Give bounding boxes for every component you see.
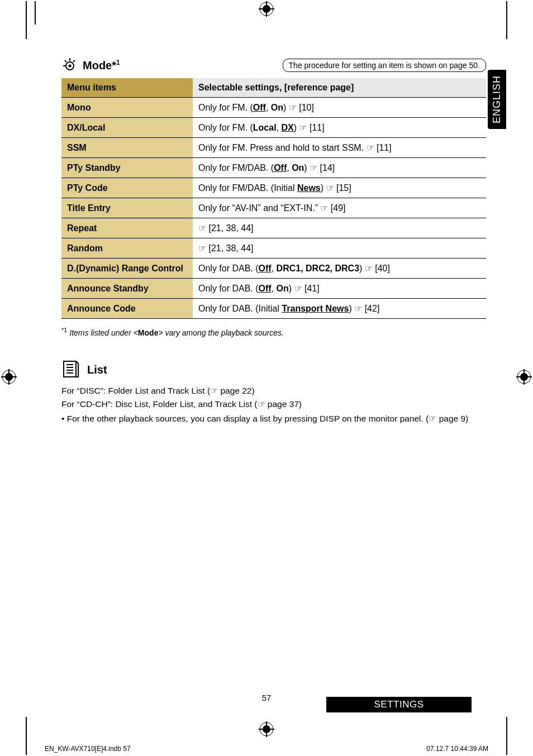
page-content: Mode*1 The procedure for setting an item… [61, 56, 486, 425]
menu-item-setting: Only for FM/DAB. (Initial News) ☞ [15] [193, 178, 486, 198]
menu-item-name: Announce Code [61, 299, 193, 319]
table-header-settings: Selectable settings, [reference page] [193, 78, 486, 98]
list-heading: List [87, 363, 107, 376]
svg-line-20 [73, 60, 75, 62]
menu-item-name: SSM [61, 138, 193, 158]
procedure-note: The procedure for setting an item is sho… [283, 59, 486, 72]
language-tab: ENGLISH [488, 70, 506, 129]
table-header-menu-items: Menu items [61, 78, 193, 98]
settings-section-bar: SETTINGS [326, 697, 472, 712]
menu-item-setting: Only for DAB. (Off, DRC1, DRC2, DRC3) ☞ … [193, 259, 486, 279]
crop-mark-top-left [1, 1, 51, 40]
print-footer: EN_KW-AVX710[E]4.indb 57 07.12.7 10:44:3… [45, 745, 488, 753]
table-row: Random☞ [21, 38, 44] [61, 238, 486, 259]
menu-item-setting: Only for DAB. (Initial Transport News) ☞… [193, 299, 486, 319]
menu-item-setting: Only for FM. (Local, DX) ☞ [11] [193, 118, 486, 138]
mode-menu-table: Menu items Selectable settings, [referen… [61, 78, 486, 319]
table-row: Announce StandbyOnly for DAB. (Off, On) … [61, 279, 486, 299]
table-row: D.(Dynamic) Range ControlOnly for DAB. (… [61, 259, 486, 279]
svg-rect-15 [259, 729, 274, 730]
list-body: For “DISC”: Folder List and Track List (… [61, 384, 486, 425]
menu-item-setting: Only for FM. (Off, On) ☞ [10] [193, 98, 486, 118]
footnote: *1 Items listed under <Mode> vary among … [61, 327, 486, 337]
crop-mark-bottom-right [482, 716, 532, 755]
list-line: • For the other playback sources, you ca… [61, 412, 486, 425]
svg-rect-7 [1, 376, 17, 377]
list-icon [61, 360, 80, 381]
page-number: 57 [262, 693, 272, 702]
list-line: For “DISC”: Folder List and Track List (… [61, 384, 486, 398]
menu-item-setting: Only for FM. Press and hold to start SSM… [193, 138, 486, 158]
table-row: MonoOnly for FM. (Off, On) ☞ [10] [61, 98, 486, 118]
table-row: SSMOnly for FM. Press and hold to start … [61, 138, 486, 158]
menu-item-setting: Only for “AV-IN” and “EXT-IN.” ☞ [49] [193, 198, 486, 218]
table-row: Repeat☞ [21, 38, 44] [61, 218, 486, 238]
svg-rect-22 [64, 361, 76, 377]
menu-item-setting: ☞ [21, 38, 44] [193, 238, 486, 259]
menu-item-name: Announce Standby [61, 279, 193, 299]
svg-point-17 [69, 65, 72, 68]
registration-mark-top [259, 1, 274, 17]
svg-rect-11 [516, 376, 532, 377]
menu-item-name: PTy Standby [61, 158, 193, 178]
list-line: For “CD-CH”: Disc List, Folder List, and… [61, 398, 486, 411]
registration-mark-bottom [259, 721, 274, 739]
menu-item-name: DX/Local [61, 118, 193, 138]
crop-mark-top-right [482, 1, 532, 40]
menu-item-name: Random [61, 238, 193, 259]
footer-right: 07.12.7 10:44:39 AM [426, 745, 488, 753]
menu-item-name: D.(Dynamic) Range Control [61, 259, 193, 279]
menu-item-setting: Only for FM/DAB. (Off, On) ☞ [14] [193, 158, 486, 178]
menu-item-name: PTy Code [61, 178, 193, 198]
table-row: Announce CodeOnly for DAB. (Initial Tran… [61, 299, 486, 319]
registration-mark-right [516, 369, 532, 387]
menu-item-name: Repeat [61, 218, 193, 238]
table-row: DX/LocalOnly for FM. (Local, DX) ☞ [11] [61, 118, 486, 138]
mode-heading: Mode*1 [83, 59, 120, 72]
table-row: PTy CodeOnly for FM/DAB. (Initial News) … [61, 178, 486, 198]
registration-mark-left [1, 369, 17, 387]
table-row: PTy StandbyOnly for FM/DAB. (Off, On) ☞ … [61, 158, 486, 178]
menu-item-setting: ☞ [21, 38, 44] [193, 218, 486, 238]
table-row: Title EntryOnly for “AV-IN” and “EXT-IN.… [61, 198, 486, 218]
svg-line-19 [65, 60, 66, 62]
crop-mark-bottom-left [1, 716, 51, 755]
mode-icon [61, 56, 78, 75]
footer-left: EN_KW-AVX710[E]4.indb 57 [45, 745, 131, 753]
menu-item-name: Title Entry [61, 198, 193, 218]
svg-rect-3 [259, 8, 274, 9]
menu-item-setting: Only for DAB. (Off, On) ☞ [41] [193, 279, 486, 299]
menu-item-name: Mono [61, 98, 193, 118]
